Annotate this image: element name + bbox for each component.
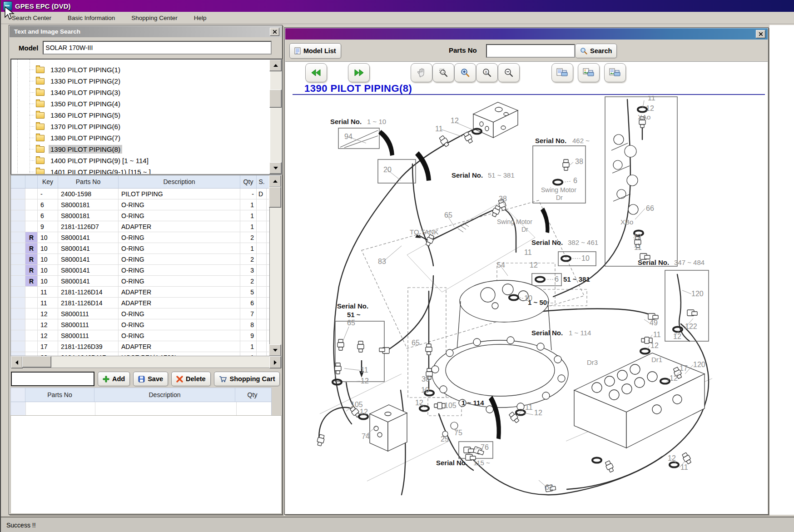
header-qty[interactable]: Qty xyxy=(240,175,257,188)
row-parts-no-cell: 2181-1126D39 xyxy=(58,341,119,352)
table-row[interactable]: 11 2181-1126D14 ADAPTER 6 xyxy=(11,298,281,308)
row-selector-cell[interactable] xyxy=(11,287,25,297)
model-list-button[interactable]: Model List xyxy=(289,43,341,59)
table-row[interactable]: 12 S8000111 O-RING 7 xyxy=(11,308,281,319)
parts-diagram[interactable]: Serial No.1 ~ 1094111220Serial No.51 ~ 3… xyxy=(293,96,767,500)
assembly-tree[interactable]: 1320 PILOT PIPING(1) 1330 PILOT PIPING(2… xyxy=(10,59,283,175)
scroll-up-button[interactable] xyxy=(269,175,281,187)
tree-item[interactable]: 1370 PILOT PIPING(6) xyxy=(11,121,282,132)
row-selector-cell[interactable] xyxy=(11,308,25,319)
table-row[interactable]: 17 2181-1126D39 ADAPTER 1 xyxy=(11,341,281,352)
tree-item[interactable]: 1350 PILOT PIPING(4) xyxy=(11,98,282,109)
magnifier-marquee-icon xyxy=(439,68,448,77)
parts-no-entry-input[interactable] xyxy=(11,372,94,386)
tree-item[interactable]: 1400 PILOT PIPING(9) [1 ~ 114] xyxy=(11,155,282,166)
parts-no-search-input[interactable] xyxy=(486,44,575,58)
table-row[interactable]: 12 S8000111 O-RING 8 xyxy=(11,319,281,330)
menu-help[interactable]: Help xyxy=(186,12,215,24)
table-row[interactable]: 9 2181-1126D7 ADAPTER 1 xyxy=(11,221,281,232)
scroll-down-button[interactable] xyxy=(269,344,281,356)
row-selector-cell[interactable] xyxy=(11,298,25,308)
table-row[interactable]: R 10 S8000141 O-RING 2 xyxy=(11,254,281,265)
table-row[interactable]: - 2400-1598 PILOT PIPING - D xyxy=(11,189,281,199)
svg-text:11: 11 xyxy=(524,249,532,256)
svg-text:11: 11 xyxy=(680,463,688,471)
row-selector-cell[interactable] xyxy=(11,330,25,341)
table-vertical-scrollbar[interactable] xyxy=(269,175,281,356)
pan-tool-button[interactable] xyxy=(411,63,432,82)
zoom-in-button[interactable] xyxy=(454,63,476,82)
row-selector-cell[interactable] xyxy=(11,199,25,210)
row-qty-cell: 3 xyxy=(240,265,257,275)
table-row[interactable]: R 10 S8000141 O-RING 3 xyxy=(11,265,281,276)
print-list-button[interactable] xyxy=(551,63,573,82)
tree-item[interactable]: 1401 PILOT PIPING(9-1) [115 ~ ] xyxy=(11,166,282,175)
row-selector-cell[interactable] xyxy=(11,319,25,330)
search-button[interactable]: Search xyxy=(575,44,617,58)
row-selector-cell[interactable] xyxy=(11,341,25,352)
tree-item[interactable]: 1390 PILOT PIPING(8) xyxy=(11,144,282,155)
zoom-area-button[interactable] xyxy=(432,63,454,82)
tree-item[interactable]: 1380 PILOT PIPING(7) xyxy=(11,132,282,144)
window-titlebar[interactable]: GPES EPC (DVD) xyxy=(1,0,794,12)
table-row[interactable]: R 10 S8000141 O-RING 1 xyxy=(11,243,281,254)
add-button[interactable]: Add xyxy=(98,372,130,386)
tree-item[interactable]: 1340 PILOT PIPING(3) xyxy=(11,87,282,98)
scroll-left-button[interactable] xyxy=(11,356,23,368)
header-parts-no[interactable]: Parts No xyxy=(58,175,119,188)
row-selector-cell[interactable] xyxy=(11,221,25,232)
row-qty-cell: 2 xyxy=(240,232,257,243)
row-key-cell: 6 xyxy=(38,210,58,221)
scroll-thumb[interactable] xyxy=(269,187,281,208)
header-serial[interactable]: S. xyxy=(257,175,267,188)
scroll-thumb[interactable] xyxy=(269,89,282,108)
left-panel-close-button[interactable] xyxy=(270,28,279,36)
scroll-down-button[interactable] xyxy=(269,162,282,174)
page-prev-button[interactable] xyxy=(305,63,327,82)
row-selector-cell[interactable] xyxy=(11,254,25,264)
zoom-reset-button[interactable]: 0 xyxy=(476,63,498,82)
save-button[interactable]: Save xyxy=(133,372,168,386)
hand-icon xyxy=(417,68,426,77)
row-key-cell: 10 xyxy=(38,232,58,243)
table-row[interactable]: R 10 S8000141 O-RING 2 xyxy=(11,276,281,287)
model-input[interactable] xyxy=(43,41,272,55)
print-list-image-button[interactable] xyxy=(604,63,626,82)
print-image-button[interactable] xyxy=(578,63,600,82)
menu-shopping-center[interactable]: Shopping Center xyxy=(123,12,185,24)
row-qty-cell: 9 xyxy=(240,330,257,341)
tree-item[interactable]: 1330 PILOT PIPING(2) xyxy=(11,75,282,87)
cart-empty-row[interactable] xyxy=(11,402,271,416)
table-row[interactable]: 12 S8000111 O-RING 9 xyxy=(11,330,281,341)
table-row[interactable]: 6 S8000181 O-RING 1 xyxy=(11,210,281,221)
left-panel-caption[interactable]: Text and Image Search xyxy=(10,26,282,37)
row-selector-cell[interactable] xyxy=(11,265,25,275)
header-description[interactable]: Description xyxy=(119,175,240,188)
table-row[interactable]: 6 S8000181 O-RING 1 xyxy=(11,199,281,210)
print-list-image-icon xyxy=(609,68,621,77)
header-key[interactable]: Key xyxy=(38,175,58,188)
tree-vertical-scrollbar[interactable] xyxy=(270,60,282,174)
diagram-panel-close-button[interactable] xyxy=(756,30,765,38)
diagram-panel-caption[interactable] xyxy=(285,28,768,40)
scroll-up-button[interactable] xyxy=(269,60,282,71)
row-selector-cell[interactable] xyxy=(11,232,25,243)
scroll-right-button[interactable] xyxy=(269,356,281,368)
delete-button[interactable]: Delete xyxy=(171,372,211,386)
tree-item[interactable]: 1320 PILOT PIPING(1) xyxy=(11,64,282,75)
table-horizontal-scrollbar[interactable] xyxy=(10,356,282,368)
page-next-button[interactable] xyxy=(348,63,370,82)
table-row[interactable]: 11 2181-1126D14 ADAPTER 5 xyxy=(11,287,281,298)
row-selector-cell[interactable] xyxy=(11,210,25,221)
menu-basic-information[interactable]: Basic Information xyxy=(60,12,123,24)
scroll-thumb[interactable] xyxy=(22,356,51,368)
row-selector-cell[interactable] xyxy=(11,243,25,254)
row-selector-cell[interactable] xyxy=(11,276,25,286)
shopping-cart-button[interactable]: Shopping Cart xyxy=(214,372,280,386)
svg-text:74: 74 xyxy=(362,433,370,440)
row-selector-cell[interactable] xyxy=(11,189,25,199)
tree-item[interactable]: 1360 PILOT PIPING(5) xyxy=(11,109,282,121)
zoom-out-button[interactable] xyxy=(498,63,520,82)
row-parts-no-cell: S8000141 xyxy=(58,243,119,254)
table-row[interactable]: R 10 S8000141 O-RING 2 xyxy=(11,232,281,243)
